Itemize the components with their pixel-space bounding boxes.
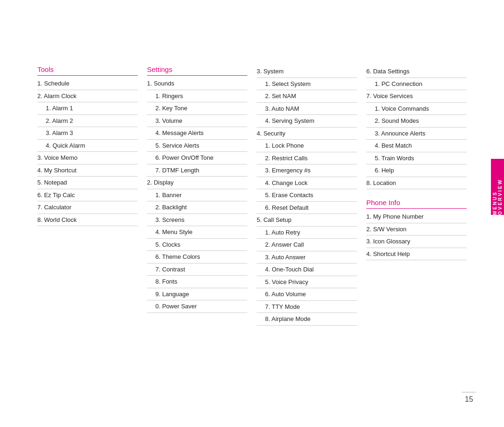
- list-item: 4. My Shortcut: [37, 164, 138, 177]
- list-item: 8. Fonts: [147, 276, 247, 288]
- list-item: 3. Alarm 3: [37, 127, 138, 140]
- list-item: 8. Location: [366, 177, 467, 190]
- list-item: 5. Call Setup: [257, 214, 357, 227]
- tools-items: 1. Schedule2. Alarm Clock1. Alarm 12. Al…: [37, 78, 138, 226]
- list-item: 2. Display: [147, 177, 247, 189]
- list-item: 1. Alarm 1: [37, 102, 138, 115]
- list-item: 4. Quick Alarm: [37, 140, 138, 152]
- list-item: 4. Shortcut Help: [366, 248, 467, 261]
- list-item: 7. Contrast: [147, 263, 247, 276]
- list-item: 3. System: [257, 65, 357, 78]
- phone-info-items: 1. My Phone Number2. S/W Version3. Icon …: [366, 211, 467, 260]
- list-item: 6. Auto Volume: [257, 288, 357, 301]
- list-item: 4. Security: [257, 128, 357, 140]
- list-item: 5. Service Alerts: [147, 140, 247, 152]
- list-item: 3. Emergency #s: [257, 164, 357, 177]
- list-item: 2. Sound Modes: [366, 115, 467, 128]
- list-item: 3. Auto Answer: [257, 251, 357, 264]
- list-item: 3. Screens: [147, 214, 247, 227]
- list-item: 6. Help: [366, 164, 467, 177]
- settings-column: Settings 1. Sounds1. Ringers2. Key Tone3…: [147, 65, 257, 399]
- list-item: 1. Auto Retry: [257, 227, 357, 239]
- list-item: 3. Auto NAM: [257, 103, 357, 115]
- list-item: 5. Clocks: [147, 239, 247, 251]
- list-item: 7. Voice Services: [366, 90, 467, 103]
- page-number-line: [462, 392, 476, 392]
- sidebar-tab-label: MENUS OVERVIEW: [492, 159, 503, 215]
- list-item: 7. TTY Mode: [257, 301, 357, 313]
- col4-top-items: 6. Data Settings1. PC Connection7. Voice…: [366, 65, 467, 189]
- col4-column: 6. Data Settings1. PC Connection7. Voice…: [366, 65, 476, 399]
- list-item: 2. S/W Version: [366, 223, 467, 236]
- list-item: 9. Language: [147, 288, 247, 301]
- settings-items: 1. Sounds1. Ringers2. Key Tone3. Volume4…: [147, 78, 247, 313]
- list-item: 7. Calculator: [37, 201, 138, 214]
- list-item: 4. Change Lock: [257, 177, 357, 190]
- list-item: 4. Message Alerts: [147, 127, 247, 140]
- list-item: 2. Answer Call: [257, 239, 357, 251]
- list-item: 2. Backlight: [147, 201, 247, 214]
- list-item: 1. Sounds: [147, 78, 247, 90]
- phone-info-header: Phone Info: [366, 199, 467, 209]
- list-item: 1. PC Connection: [366, 78, 467, 91]
- list-item: 1. Voice Commands: [366, 103, 467, 115]
- list-item: 6. Ez Tip Calc: [37, 189, 138, 202]
- list-item: 4. Menu Style: [147, 226, 247, 239]
- list-item: 4. One-Touch Dial: [257, 263, 357, 276]
- col3-items: 3. System1. Select System2. Set NAM3. Au…: [257, 65, 357, 326]
- list-item: 2. Alarm Clock: [37, 90, 138, 103]
- list-item: 6. Theme Colors: [147, 251, 247, 263]
- list-item: 3. Icon Glossary: [366, 235, 467, 248]
- list-item: 8. Airplane Mode: [257, 313, 357, 326]
- list-item: 3. Announce Alerts: [366, 128, 467, 140]
- list-item: 4. Best Match: [366, 140, 467, 152]
- list-item: 7. DTMF Length: [147, 164, 247, 177]
- list-item: 5. Voice Privacy: [257, 276, 357, 289]
- list-item: 0. Power Saver: [147, 300, 247, 313]
- list-item: 2. Key Tone: [147, 102, 247, 115]
- list-item: 6. Power On/Off Tone: [147, 152, 247, 164]
- tools-column: Tools 1. Schedule2. Alarm Clock1. Alarm …: [37, 65, 147, 399]
- list-item: 3. Volume: [147, 115, 247, 128]
- page-number: 15: [465, 395, 473, 404]
- list-item: 5. Notepad: [37, 177, 138, 189]
- sidebar-tab: MENUS OVERVIEW: [491, 159, 504, 215]
- list-item: 2. Restrict Calls: [257, 152, 357, 165]
- list-item: 8. World Clock: [37, 214, 138, 227]
- list-item: 1. Banner: [147, 189, 247, 202]
- list-item: 6. Data Settings: [366, 65, 467, 78]
- list-item: 1. My Phone Number: [366, 211, 467, 223]
- list-item: 4. Serving System: [257, 115, 357, 128]
- list-item: 1. Lock Phone: [257, 140, 357, 152]
- list-item: 1. Schedule: [37, 78, 138, 90]
- list-item: 5. Erase Contacts: [257, 189, 357, 202]
- list-item: 6. Reset Default: [257, 202, 357, 214]
- tools-header: Tools: [37, 65, 138, 76]
- settings-header: Settings: [147, 65, 247, 76]
- page-number-area: 15: [462, 392, 476, 404]
- list-item: 2. Set NAM: [257, 90, 357, 103]
- col3-column: 3. System1. Select System2. Set NAM3. Au…: [257, 65, 366, 399]
- list-item: 3. Voice Memo: [37, 152, 138, 164]
- list-item: 1. Ringers: [147, 90, 247, 103]
- list-item: 2. Alarm 2: [37, 115, 138, 128]
- list-item: 5. Train Words: [366, 152, 467, 165]
- list-item: 1. Select System: [257, 78, 357, 91]
